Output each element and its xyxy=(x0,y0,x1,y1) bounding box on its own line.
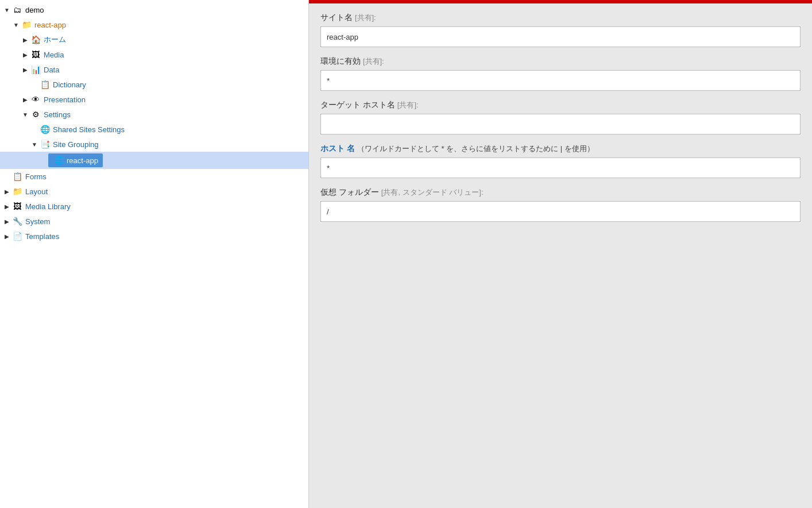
dictionary-icon: 📋 xyxy=(39,79,51,90)
presentation-icon: 👁 xyxy=(30,94,41,105)
tree-item-site-grouping[interactable]: 📑 Site Grouping xyxy=(0,137,308,152)
host-name-field-group: ホスト 名 （ワイルドカードとして * を、さらに値をリストするために | を使… xyxy=(320,144,801,178)
virtual-folder-field-group: 仮想 フォルダー [共有, スタンダード バリュー]: xyxy=(320,187,801,222)
label-demo: demo xyxy=(25,6,44,14)
site-grouping-icon: 📑 xyxy=(39,138,51,150)
arrow-templates xyxy=(2,233,11,240)
host-name-label: ホスト 名 （ワイルドカードとして * を、さらに値をリストするために | を使… xyxy=(320,144,801,154)
tree-item-forms[interactable]: 📋 Forms xyxy=(0,169,308,184)
target-host-label: ターゲット ホスト名 [共有]: xyxy=(320,100,801,110)
host-name-label-text: ホスト 名 xyxy=(320,144,355,153)
data-icon: 📊 xyxy=(30,64,41,75)
arrow-site-grouping xyxy=(30,141,39,148)
host-name-input[interactable] xyxy=(320,157,801,178)
templates-icon: 📄 xyxy=(11,230,23,242)
tree-item-react-app[interactable]: 📁 react-app xyxy=(0,17,308,32)
virtual-folder-input[interactable] xyxy=(320,201,801,222)
forms-icon: 📋 xyxy=(11,171,23,182)
tree-item-data[interactable]: 📊 Data xyxy=(0,62,308,77)
shared-sites-icon: 🌐 xyxy=(39,124,51,135)
env-label: 環境に有効 [共有]: xyxy=(320,56,801,67)
label-system: System xyxy=(25,217,50,226)
label-layout: Layout xyxy=(25,187,48,196)
folder-icon-react-app: 📁 xyxy=(21,19,32,30)
tree-item-layout[interactable]: 📁 Layout xyxy=(0,184,308,199)
label-shared-sites: Shared Sites Settings xyxy=(53,125,125,134)
selected-item-react-app: 🌐 react-app xyxy=(48,153,103,167)
arrow-layout xyxy=(2,188,11,195)
tree-item-settings[interactable]: ⚙ Settings xyxy=(0,107,308,122)
tree-item-react-app-child[interactable]: 🌐 react-app xyxy=(0,152,308,169)
env-field-group: 環境に有効 [共有]: xyxy=(320,56,801,91)
virtual-folder-shared-tag: [共有, スタンダード バリュー]: xyxy=(381,188,484,197)
arrow-settings xyxy=(21,111,30,118)
site-name-shared-tag: [共有]: xyxy=(355,13,376,22)
label-data: Data xyxy=(44,66,59,74)
site-name-field-group: サイト名 [共有]: xyxy=(320,13,801,47)
arrow-react-app xyxy=(11,22,21,28)
tree-item-demo[interactable]: 🗂 demo xyxy=(0,2,308,17)
tree-item-system[interactable]: 🔧 System xyxy=(0,214,308,229)
label-media: Media xyxy=(44,51,64,59)
site-name-input[interactable] xyxy=(320,26,801,47)
arrow-demo xyxy=(2,7,11,13)
tree-item-home[interactable]: 🏠 ホーム xyxy=(0,32,308,47)
tree-panel: 🗂 demo 📁 react-app 🏠 ホーム 🖼 Media 📊 Data … xyxy=(0,0,309,508)
host-name-hint: （ワイルドカードとして * を、さらに値をリストするために | を使用） xyxy=(357,144,594,153)
tree-item-dictionary[interactable]: 📋 Dictionary xyxy=(0,77,308,92)
folder-icon-demo: 🗂 xyxy=(11,4,23,16)
arrow-system xyxy=(2,218,11,225)
media-icon: 🖼 xyxy=(30,49,41,60)
virtual-folder-label: 仮想 フォルダー [共有, スタンダード バリュー]: xyxy=(320,187,801,198)
target-host-input[interactable] xyxy=(320,114,801,134)
env-label-text: 環境に有効 xyxy=(320,56,361,66)
arrow-home xyxy=(21,37,30,43)
label-site-grouping: Site Grouping xyxy=(53,140,99,149)
label-settings: Settings xyxy=(44,110,71,119)
target-host-label-text: ターゲット ホスト名 xyxy=(320,100,395,109)
label-react-app-child: react-app xyxy=(67,156,98,165)
media-library-icon: 🖼 xyxy=(11,201,23,212)
arrow-data xyxy=(21,67,30,73)
label-templates: Templates xyxy=(25,232,59,241)
tree-item-media-library[interactable]: 🖼 Media Library xyxy=(0,199,308,214)
react-app-child-icon: 🌐 xyxy=(53,155,64,166)
virtual-folder-label-text: 仮想 フォルダー xyxy=(320,187,379,197)
home-icon: 🏠 xyxy=(30,34,41,45)
layout-icon: 📁 xyxy=(11,186,23,197)
settings-icon: ⚙ xyxy=(30,109,41,120)
label-react-app: react-app xyxy=(34,21,66,29)
label-presentation: Presentation xyxy=(44,95,86,104)
arrow-presentation xyxy=(21,97,30,103)
env-input[interactable] xyxy=(320,70,801,91)
tree-item-shared-sites[interactable]: 🌐 Shared Sites Settings xyxy=(0,122,308,137)
env-shared-tag: [共有]: xyxy=(363,57,384,66)
arrow-media-library xyxy=(2,203,11,210)
site-name-label: サイト名 [共有]: xyxy=(320,13,801,23)
right-panel: サイト名 [共有]: 環境に有効 [共有]: ターゲット ホスト名 [共有]: … xyxy=(309,0,812,508)
tree-item-presentation[interactable]: 👁 Presentation xyxy=(0,92,308,107)
system-icon: 🔧 xyxy=(11,215,23,227)
tree-item-templates[interactable]: 📄 Templates xyxy=(0,229,308,244)
target-host-shared-tag: [共有]: xyxy=(397,101,419,109)
form-section: サイト名 [共有]: 環境に有効 [共有]: ターゲット ホスト名 [共有]: … xyxy=(309,3,812,240)
arrow-media xyxy=(21,52,30,58)
site-name-label-text: サイト名 xyxy=(320,13,353,22)
target-host-field-group: ターゲット ホスト名 [共有]: xyxy=(320,100,801,134)
label-home: ホーム xyxy=(44,34,66,45)
tree-item-media[interactable]: 🖼 Media xyxy=(0,47,308,62)
label-forms: Forms xyxy=(25,172,47,181)
label-media-library: Media Library xyxy=(25,202,71,211)
label-dictionary: Dictionary xyxy=(53,80,86,89)
